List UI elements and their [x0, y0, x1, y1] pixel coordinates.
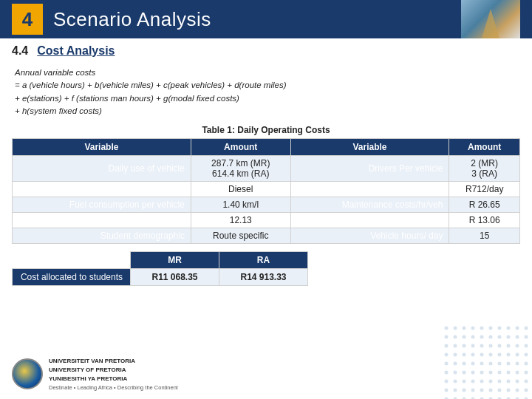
- col-header-variable2: Variable: [290, 139, 449, 156]
- var2-row5: Vehicle hours/ day: [290, 228, 449, 244]
- var2-row1: Drivers Per vehicle: [290, 156, 449, 182]
- table-title: Table 1: Daily Operating Costs: [0, 125, 532, 135]
- var1-row5: Student demographic: [13, 228, 191, 244]
- decorative-dot-pattern: [443, 325, 532, 399]
- var1-row3: Fuel consumption per vehicle: [13, 197, 191, 213]
- col-header-variable1: Variable: [13, 139, 191, 156]
- formula-line3: + e(stations) + f (stations man hours) +…: [15, 92, 517, 105]
- table-row: Student demographic Route specific Vehic…: [13, 228, 520, 244]
- amt1-row3: 1.40 km/l: [191, 197, 290, 213]
- amt2-row2: R712/day: [449, 182, 520, 197]
- table-row: Daily use of vehicle 287.7 km (MR)614.4 …: [13, 156, 520, 182]
- cost-label: Cost allocated to students: [13, 269, 131, 286]
- subsection-title: Cost Analysis: [37, 44, 115, 58]
- var1-row1: Daily use of vehicle: [13, 156, 191, 182]
- cost-mr-value: R11 068.35: [131, 269, 219, 286]
- section-number: 4: [22, 8, 33, 31]
- amt2-row3: R 26.65: [449, 197, 520, 213]
- amt1-row4: 12.13: [191, 213, 290, 228]
- university-name-3: YUNIBESITHI YA PRETORIA: [49, 375, 178, 383]
- sub-header: 4.4 Cost Analysis: [0, 38, 532, 64]
- amt1-row5: Route specific: [191, 228, 290, 244]
- university-name-1: UNIVERSITEIT VAN PRETORIA: [49, 357, 178, 366]
- amt2-row1: 2 (MR)3 (RA): [449, 156, 520, 182]
- var1-row2: Type of fuel: [13, 182, 191, 197]
- formula-line2: = a (vehicle hours) + b(vehicle miles) +…: [15, 79, 517, 92]
- cost-ra-value: R14 913.33: [219, 269, 308, 286]
- amt1-row1: 287.7 km (MR)614.4 km (RA): [191, 156, 290, 182]
- header-building-image: [461, 0, 520, 38]
- formula-section: Annual variable costs = a (vehicle hours…: [0, 64, 532, 122]
- var1-row4: Fuel price: [13, 213, 191, 228]
- table-row: Fuel price 12.13 Vehicle km rate/day R 1…: [13, 213, 520, 228]
- cost-summary-table: MR RA Cost allocated to students R11 068…: [12, 251, 308, 286]
- university-logo-emblem: [12, 358, 43, 389]
- amt1-row2: Diesel: [191, 182, 290, 197]
- formula-line1: Annual variable costs: [15, 66, 517, 79]
- col-header-amount2: Amount: [449, 139, 520, 156]
- section-number-box: 4: [12, 4, 43, 35]
- amt2-row5: 15: [449, 228, 520, 244]
- daily-costs-table: Variable Amount Variable Amount Daily us…: [12, 138, 520, 244]
- col-ra-header: RA: [219, 252, 308, 269]
- table-row: Type of fuel Diesel Driver rate R712/day: [13, 182, 520, 197]
- university-logo-text: UNIVERSITEIT VAN PRETORIA UNIVERSITY OF …: [49, 357, 178, 392]
- university-logo-area: UNIVERSITEIT VAN PRETORIA UNIVERSITY OF …: [12, 357, 178, 392]
- page-title: Scenario Analysis: [53, 8, 211, 31]
- university-name-2: UNIVERSITY OF PRETORIA: [49, 366, 178, 375]
- university-tagline: Destinate • Leading Africa • Describing …: [49, 383, 178, 392]
- subsection-number: 4.4: [12, 44, 28, 58]
- amt2-row4: R 13.06: [449, 213, 520, 228]
- var2-row4: Vehicle km rate/day: [290, 213, 449, 228]
- page-header: 4 Scenario Analysis: [0, 0, 532, 38]
- bottom-summary-area: MR RA Cost allocated to students R11 068…: [12, 251, 520, 286]
- col-header-amount1: Amount: [191, 139, 290, 156]
- table-row: Fuel consumption per vehicle 1.40 km/l M…: [13, 197, 520, 213]
- var2-row3: Maintenance costs/hr/veh: [290, 197, 449, 213]
- svg-rect-1: [443, 325, 532, 399]
- var2-row2: Driver rate: [290, 182, 449, 197]
- col-mr-header: MR: [131, 252, 219, 269]
- formula-line4: + h(system fixed costs): [15, 105, 517, 117]
